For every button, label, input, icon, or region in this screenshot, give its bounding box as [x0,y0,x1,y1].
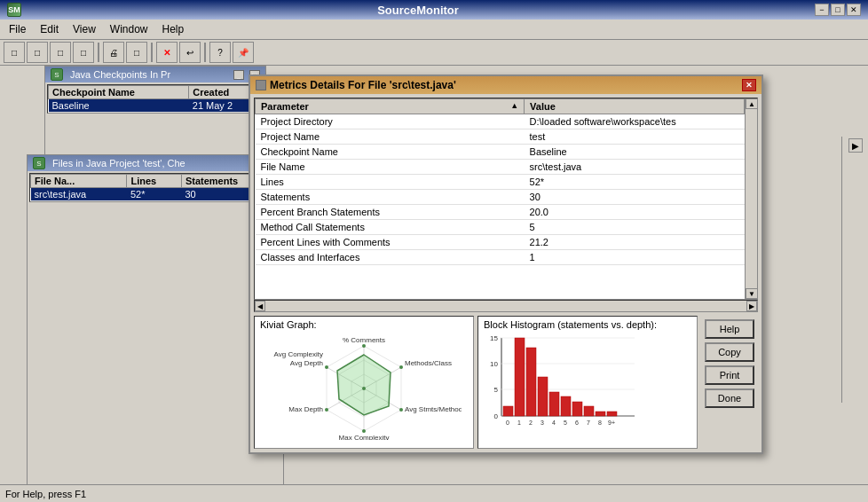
toolbar-pin[interactable]: 📌 [233,42,254,63]
graphs-section: Kiviat Graph: [250,312,761,452]
table-row[interactable]: Statements30 [256,190,745,205]
java-checkpoints-icon: S [51,68,63,81]
menu-window[interactable]: Window [105,21,154,37]
svg-rect-34 [503,406,513,416]
svg-point-15 [325,408,328,412]
vscroll-up[interactable]: ▲ [746,98,758,109]
copy-button[interactable]: Copy [705,342,754,362]
svg-rect-40 [572,402,582,416]
app-title: SourceMonitor [21,4,815,17]
table-row[interactable]: Method Call Statements5 [256,220,745,235]
table-row[interactable]: Baseline 21 May 2 [49,99,263,113]
metrics-param-cell: Method Call Statements [256,220,525,235]
help-button[interactable]: Help [705,319,754,339]
title-bar: SM SourceMonitor − □ ✕ [0,0,868,20]
metrics-param-cell: Classes and Interfaces [256,250,525,265]
svg-text:Avg Depth: Avg Depth [290,359,323,367]
java-checkpoints-min[interactable]: _ [233,70,244,80]
metrics-titlebar: Metrics Details For File 'src\test.java'… [250,76,761,94]
metrics-value-cell: Baseline [525,145,745,160]
close-button[interactable]: ✕ [847,4,861,16]
metrics-table-scroll[interactable]: Parameter ▲ Value Project DirectoryD:\lo… [255,98,757,299]
table-row[interactable]: src\test.java 52* 30 [31,188,280,201]
toolbar-print2[interactable]: □ [126,42,147,63]
toolbar-save[interactable]: □ [50,42,71,63]
svg-text:7: 7 [587,420,590,426]
svg-rect-43 [607,412,617,416]
kiviat-graph: % Comments Methods/Class Avg Stmts/Metho… [256,331,471,442]
toolbar-help[interactable]: ? [209,42,231,63]
svg-rect-35 [515,338,525,416]
app-icon: SM [7,3,21,17]
kiviat-title: Kiviat Graph: [256,318,471,331]
metrics-title: Metrics Details For File 'src\test.java' [270,79,456,91]
status-text: For Help, press F1 [5,489,86,499]
svg-text:10: 10 [490,360,498,368]
svg-rect-39 [561,396,571,416]
col-checkpoint-name[interactable]: Checkpoint Name [49,86,189,99]
metrics-icon [256,80,266,90]
java-checkpoints-table: Checkpoint Name Created Baseline 21 May … [48,85,263,113]
toolbar-cancel[interactable]: ✕ [156,42,178,63]
table-row[interactable]: Project DirectoryD:\loaded software\work… [256,114,745,129]
minimize-button[interactable]: − [815,4,829,16]
svg-rect-41 [584,406,594,416]
svg-text:3: 3 [541,420,544,426]
done-button[interactable]: Done [705,388,754,408]
table-row[interactable]: Percent Branch Statements20.0 [256,205,745,220]
metrics-value-cell: src\test.java [525,160,745,175]
menu-file[interactable]: File [4,21,31,37]
table-row[interactable]: Classes and Interfaces1 [256,250,745,265]
menu-view[interactable]: View [67,21,101,37]
metrics-col-value[interactable]: Value [525,99,745,114]
svg-text:5: 5 [564,420,567,426]
toolbar-open[interactable]: □ [27,42,48,63]
files-table: File Na... Lines Statements src\test.jav… [30,174,280,201]
table-row[interactable]: Percent Lines with Comments21.2 [256,235,745,250]
metrics-value-cell: 20.0 [525,205,745,220]
toolbar-undo[interactable]: ↩ [179,42,201,63]
table-row[interactable]: Checkpoint NameBaseline [256,145,745,160]
svg-text:% Comments: % Comments [343,336,385,344]
metrics-param-cell: Statements [256,190,525,205]
metrics-value-cell: 5 [525,220,745,235]
col-lines[interactable]: Lines [127,175,181,188]
toolbar-sep2 [151,43,153,62]
metrics-table: Parameter ▲ Value Project DirectoryD:\lo… [255,98,745,265]
toolbar-new[interactable]: □ [4,42,25,63]
java-checkpoints-titlebar: S Java Checkpoints In Pr _ □ [45,67,265,82]
toolbar-folder[interactable]: □ [73,42,94,63]
menu-help[interactable]: Help [157,21,190,37]
metrics-value-cell: 1 [525,250,745,265]
svg-rect-42 [596,412,605,416]
lines-cell: 52* [127,188,181,201]
metrics-param-cell: Percent Branch Statements [256,205,525,220]
right-panel-expand[interactable]: ▶ [848,138,863,153]
svg-text:Methods/Class: Methods/Class [405,359,452,367]
right-panel: ▶ [841,137,868,403]
hscroll-left[interactable]: ◀ [255,301,265,311]
svg-point-10 [362,387,366,390]
toolbar-sep1 [98,43,99,62]
svg-text:8: 8 [598,420,602,426]
file-cell: src\test.java [31,188,127,201]
metrics-col-parameter[interactable]: Parameter ▲ [256,99,525,114]
table-row[interactable]: Project Nametest [256,129,745,145]
col-file[interactable]: File Na... [31,175,127,188]
hscroll-right[interactable]: ▶ [746,301,757,311]
svg-text:Avg Complexity: Avg Complexity [274,350,323,358]
table-row[interactable]: Lines52* [256,175,745,190]
metrics-table-container: Parameter ▲ Value Project DirectoryD:\lo… [254,98,758,300]
table-row[interactable]: File Namesrc\test.java [256,160,745,175]
print-button[interactable]: Print [705,365,754,385]
menu-edit[interactable]: Edit [35,21,64,37]
toolbar-print[interactable]: 🖨 [103,42,124,63]
main-content: S Java Checkpoints In Pr _ □ Checkpoint … [0,66,868,502]
metrics-close-button[interactable]: ✕ [742,79,756,91]
files-window: S Files in Java Project 'test', Che _ □ … [27,154,284,502]
svg-point-13 [399,408,403,412]
svg-point-11 [362,344,366,348]
vscroll-down[interactable]: ▼ [746,288,758,299]
svg-rect-36 [526,348,536,416]
restore-button[interactable]: □ [831,4,845,16]
